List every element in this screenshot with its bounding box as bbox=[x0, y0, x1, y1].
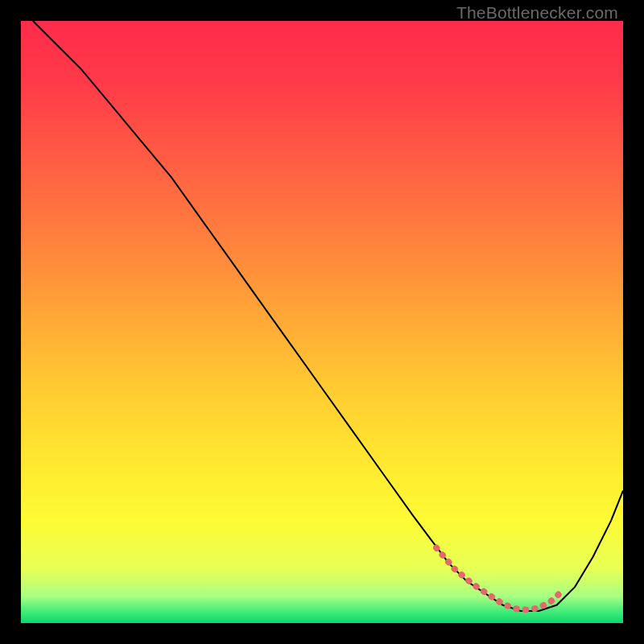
chart-stage: TheBottlenecker.com bbox=[0, 0, 644, 644]
curve-layer bbox=[21, 21, 623, 623]
bottleneck-curve bbox=[33, 21, 623, 611]
plot-area bbox=[21, 21, 623, 623]
valley-highlight bbox=[436, 548, 563, 610]
watermark-text: TheBottlenecker.com bbox=[456, 3, 618, 23]
